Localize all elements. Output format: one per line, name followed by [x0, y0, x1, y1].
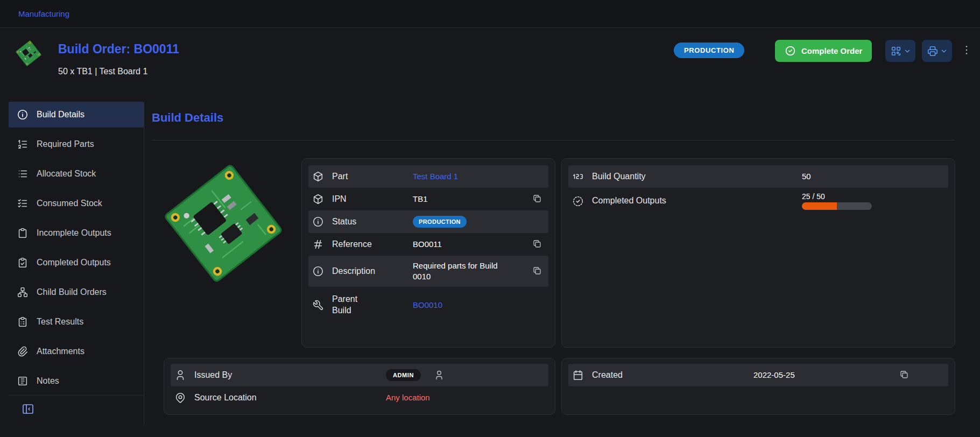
progress-text: 25 / 50	[802, 192, 948, 201]
section-heading: Build Details	[152, 111, 223, 125]
status-badge: PRODUCTION	[674, 43, 744, 58]
detail-row-description: Description Required parts for Build 001…	[308, 256, 548, 287]
printing-actions-button[interactable]	[922, 40, 952, 62]
copy-icon	[532, 266, 542, 276]
clipboard-list-icon	[17, 316, 29, 328]
detail-row-part: Part Test Board 1	[308, 165, 548, 188]
ipn-value: TB1	[413, 194, 530, 205]
chevron-down-icon	[904, 47, 911, 55]
sidebar-item-label: Completed Outputs	[37, 258, 111, 267]
notes-icon	[17, 375, 29, 387]
detail-label-description: Description	[332, 266, 413, 277]
copy-button[interactable]	[530, 192, 544, 206]
breadcrumb-link-manufacturing[interactable]: Manufacturing	[18, 9, 69, 18]
sidebar-item-label: Child Build Orders	[37, 287, 107, 297]
calendar-icon	[572, 369, 584, 381]
reference-value: BO0011	[413, 239, 530, 250]
breadcrumb: Manufacturing	[0, 0, 980, 28]
page-header: Build Order: BO0011 50 x TB1 | Test Boar…	[0, 28, 980, 90]
sidebar-item-test-results[interactable]: Test Results	[9, 309, 144, 335]
detail-label-reference: Reference	[332, 239, 413, 250]
sidebar-item-label: Notes	[37, 376, 59, 386]
source-location-value: Any location	[386, 392, 548, 403]
sidebar-item-build-details[interactable]: Build Details	[9, 102, 144, 128]
copy-icon	[899, 370, 909, 379]
sidebar-item-notes[interactable]: Notes	[9, 368, 144, 394]
detail-label-status: Status	[332, 216, 413, 228]
page-subtitle: 50 x TB1 | Test Board 1	[58, 67, 147, 76]
label-issued-by: Issued By	[194, 370, 386, 381]
sidebar-divider	[9, 395, 144, 396]
complete-order-label: Complete Order	[801, 46, 862, 55]
copy-button[interactable]	[897, 368, 911, 382]
clipboard-icon	[17, 227, 29, 239]
sidebar-collapse-button[interactable]	[22, 403, 34, 415]
info-circle-icon	[312, 216, 324, 228]
printer-icon	[927, 45, 939, 57]
package-icon	[312, 171, 324, 182]
progress-bar-fill	[802, 202, 837, 210]
detail-label-ipn: IPN	[332, 194, 413, 205]
detail-row-ipn: IPN TB1	[308, 188, 548, 210]
circle-check-icon	[785, 45, 796, 57]
progress-check-icon	[572, 195, 584, 207]
page-title: Build Order: BO0011	[58, 42, 179, 57]
paperclip-icon	[17, 346, 29, 357]
completed-outputs-progress: 25 / 50	[802, 188, 948, 214]
qrcode-icon	[890, 45, 902, 57]
progress-bar	[802, 202, 872, 210]
list-icon	[17, 168, 29, 180]
sidebar-item-required-parts[interactable]: Required Parts	[9, 131, 144, 157]
created-panel: Created 2022-05-25	[561, 358, 955, 415]
hash-icon	[312, 238, 324, 250]
package-icon	[312, 193, 324, 205]
list-numbers-icon	[17, 138, 29, 150]
part-thumbnail-image	[14, 39, 43, 68]
copy-icon	[532, 239, 542, 249]
build-quantities-panel: Build Quantity 50 Completed Outputs 25 /…	[561, 158, 955, 348]
sidebar-item-label: Test Results	[37, 317, 83, 327]
section-divider	[152, 140, 955, 140]
row-issued-by: Issued By ADMIN	[171, 364, 548, 386]
barcode-actions-button[interactable]	[885, 40, 915, 62]
sidebar-item-incomplete-outputs[interactable]: Incomplete Outputs	[9, 220, 144, 246]
label-created: Created	[592, 370, 753, 381]
part-link[interactable]: Test Board 1	[413, 171, 530, 182]
list-check-icon	[17, 198, 29, 209]
copy-button[interactable]	[530, 264, 544, 278]
label-source-location: Source Location	[194, 392, 386, 404]
tools-icon	[312, 299, 324, 311]
row-source-location: Source Location Any location	[171, 386, 548, 409]
copy-button[interactable]	[530, 237, 544, 251]
row-created: Created 2022-05-25	[568, 364, 948, 386]
detail-row-status: Status PRODUCTION	[308, 210, 548, 233]
sidebar-item-label: Build Details	[37, 110, 84, 119]
build-details-panel: Part Test Board 1 IPN TB1 Status PRODUCT…	[301, 158, 555, 348]
row-completed-outputs: Completed Outputs 25 / 50	[568, 188, 948, 214]
label-completed-outputs: Completed Outputs	[592, 195, 802, 207]
parent-build-link[interactable]: BO0010	[413, 300, 530, 311]
complete-order-button[interactable]: Complete Order	[775, 40, 872, 62]
sidebar-collapse-icon	[22, 403, 34, 415]
row-build-quantity: Build Quantity 50	[568, 165, 948, 188]
user-icon	[434, 370, 445, 380]
sidebar-item-child-build-orders[interactable]: Child Build Orders	[9, 279, 144, 305]
build-quantity-value: 50	[802, 171, 948, 182]
sidebar-item-completed-outputs[interactable]: Completed Outputs	[9, 250, 144, 276]
status-badge-small: PRODUCTION	[413, 216, 467, 228]
issued-panel: Issued By ADMIN Source Location Any loca…	[164, 358, 555, 415]
issued-by-badge: ADMIN	[386, 369, 421, 381]
label-build-quantity: Build Quantity	[592, 171, 802, 182]
info-circle-icon	[312, 265, 324, 277]
info-circle-icon	[17, 109, 29, 121]
more-actions-button[interactable]	[960, 44, 974, 58]
detail-label-parent-build: Parent Build	[332, 294, 368, 316]
sidebar-item-consumed-stock[interactable]: Consumed Stock	[9, 191, 144, 216]
sidebar-item-allocated-stock[interactable]: Allocated Stock	[9, 161, 144, 187]
sidebar-item-attachments[interactable]: Attachments	[9, 339, 144, 364]
dots-vertical-icon	[961, 44, 972, 56]
sidebar-item-label: Required Parts	[37, 139, 94, 149]
detail-row-reference: Reference BO0011	[308, 233, 548, 256]
part-image[interactable]	[157, 157, 290, 290]
sidebar-border	[144, 102, 144, 425]
